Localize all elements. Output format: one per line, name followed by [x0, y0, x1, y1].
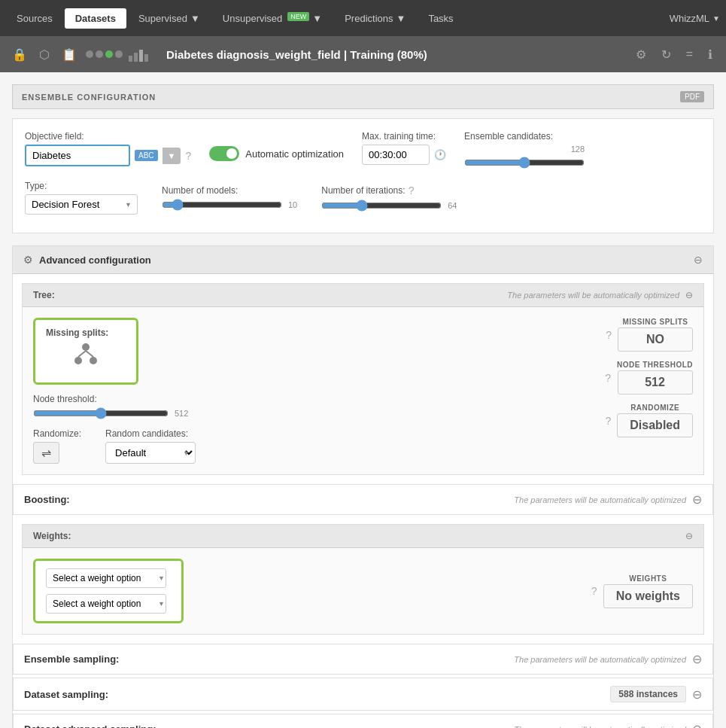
auto-opt-toggle[interactable]: [209, 146, 239, 161]
ensemble-sampling-auto-text: The parameters will be automatically opt…: [514, 655, 686, 664]
num-iterations-value: 64: [448, 201, 457, 210]
equals-icon[interactable]: =: [682, 44, 697, 64]
weight-select-1-wrapper: Select a weight option: [46, 568, 171, 588]
nav-unsupervised[interactable]: Unsupervised NEW ▼: [212, 8, 333, 29]
tree-splits-icon: [46, 343, 126, 375]
section-header: ENSEMBLE CONFIGURATION PDF: [12, 84, 714, 109]
boosting-header[interactable]: Boosting: The parameters will be automat…: [14, 485, 712, 514]
boosting-collapse-icon[interactable]: ⊖: [692, 492, 702, 507]
nav-supervised[interactable]: Supervised ▼: [128, 8, 211, 29]
predictions-arrow: ▼: [396, 13, 406, 24]
ensemble-sampling-header[interactable]: Ensemble sampling: The parameters will b…: [14, 644, 712, 674]
shuffle-button[interactable]: ⇌: [33, 442, 59, 464]
advanced-config-section: ⚙ Advanced configuration ⊖ Tree: The par…: [12, 245, 714, 728]
svg-point-2: [90, 357, 97, 364]
objective-dropdown[interactable]: ▼: [163, 148, 181, 164]
type-select[interactable]: Decision Forest: [25, 194, 138, 215]
node-threshold-slider[interactable]: [33, 407, 169, 419]
candidates-slider-group: 128: [464, 145, 585, 169]
dataset-icon[interactable]: 📋: [59, 44, 80, 65]
boosting-right: The parameters will be automatically opt…: [514, 492, 702, 507]
tree-section-header[interactable]: Tree: The parameters will be automatical…: [23, 284, 703, 307]
settings-icon[interactable]: ⚙: [631, 44, 651, 65]
ensemble-sampling-collapse[interactable]: ⊖: [692, 652, 702, 666]
node-threshold-help-icon[interactable]: ?: [605, 372, 611, 384]
nav-tasks[interactable]: Tasks: [418, 8, 463, 29]
ensemble-sampling-section: Ensemble sampling: The parameters will b…: [13, 644, 713, 675]
nav-sources[interactable]: Sources: [6, 8, 63, 29]
num-models-group: Number of models: 10: [162, 185, 297, 211]
max-training-group: Max. training time: 🕐: [362, 131, 446, 165]
dataset-sampling-header[interactable]: Dataset sampling: 588 instances ⊖: [14, 678, 712, 710]
refresh-icon[interactable]: ↻: [657, 44, 676, 65]
type-label: Type:: [25, 181, 138, 191]
nav-predictions[interactable]: Predictions ▼: [334, 8, 416, 29]
node-threshold-param: ? NODE THRESHOLD 512: [605, 361, 693, 394]
objective-input-group: ABC ▼ ?: [25, 145, 191, 166]
auto-opt-group: Automatic optimization: [209, 131, 344, 161]
randomize-value-box: Disabled: [617, 413, 693, 437]
time-input-group: 🕐: [362, 145, 446, 165]
tree-collapse-icon[interactable]: ⊖: [685, 290, 693, 300]
node-threshold-display: NODE THRESHOLD 512: [617, 361, 693, 394]
weights-value-box: No weights: [603, 584, 693, 608]
max-training-label: Max. training time:: [362, 131, 446, 142]
advanced-collapse-icon[interactable]: ⊖: [694, 254, 703, 266]
objective-input[interactable]: [25, 145, 130, 166]
objective-help-icon[interactable]: ?: [185, 150, 191, 162]
nav-datasets[interactable]: Datasets: [65, 8, 126, 29]
missing-splits-help-icon[interactable]: ?: [606, 329, 612, 341]
randomize-help-icon[interactable]: ?: [606, 415, 612, 427]
candidates-slider[interactable]: [464, 157, 585, 169]
random-candidates-label: Random candidates:: [105, 428, 196, 439]
dataset-advanced-sampling-header[interactable]: Dataset advanced sampling: The parameter…: [14, 714, 712, 728]
tree-params-right: ? MISSING SPLITS NO ? NODE THRESHOLD 512: [605, 318, 693, 437]
time-input[interactable]: [362, 145, 430, 165]
network-icon[interactable]: ⬡: [36, 44, 53, 65]
dataset-advanced-collapse[interactable]: ⊖: [692, 722, 702, 728]
weight-select-1[interactable]: Select a weight option: [46, 568, 166, 588]
ensemble-candidates-label: Ensemble candidates:: [464, 131, 585, 142]
weights-section: Weights: ⊖ Select a weight option: [22, 524, 704, 635]
config-row-2: Type: Decision Forest Number of models: …: [25, 181, 701, 215]
random-candidates-select-wrapper: Default: [105, 442, 196, 464]
svg-line-3: [78, 351, 86, 357]
weights-section-header[interactable]: Weights: ⊖: [23, 525, 703, 548]
dataset-sampling-collapse[interactable]: ⊖: [692, 687, 702, 702]
node-threshold-group: Node threshold: 512: [33, 394, 196, 419]
random-candidates-select[interactable]: Default: [105, 442, 196, 464]
weights-param: ? WEIGHTS No weights: [591, 574, 693, 608]
advanced-config-header[interactable]: ⚙ Advanced configuration ⊖: [13, 246, 713, 274]
num-models-slider[interactable]: [162, 199, 282, 211]
weights-collapse-icon[interactable]: ⊖: [685, 531, 693, 541]
advanced-config-title: Advanced configuration: [39, 254, 151, 266]
missing-splits-value: NO: [618, 327, 693, 352]
num-iterations-slider[interactable]: [321, 200, 442, 212]
tree-auto-opt-text: The parameters will be automatically opt…: [507, 291, 679, 300]
missing-splits-param-label: MISSING SPLITS: [622, 318, 688, 326]
info-icon[interactable]: ℹ: [703, 44, 717, 65]
missing-splits-param: ? MISSING SPLITS NO: [606, 318, 693, 352]
config-row-1: Objective field: ABC ▼ ? Automatic optim…: [25, 131, 701, 169]
type-select-wrapper: Decision Forest: [25, 194, 138, 215]
weights-help-icon[interactable]: ?: [591, 585, 597, 597]
abc-badge: ABC: [135, 150, 158, 161]
auto-opt-toggle-group: Automatic optimization: [209, 146, 344, 161]
pdf-button[interactable]: PDF: [680, 91, 704, 102]
nav-right[interactable]: WhizzML ▼: [670, 13, 720, 24]
num-models-value: 10: [288, 200, 297, 209]
boosting-title: Boosting:: [24, 494, 70, 505]
lock-icon[interactable]: 🔒: [9, 44, 30, 65]
dataset-sampling-title: Dataset sampling:: [24, 689, 108, 700]
randomize-label: Randomize:: [33, 428, 81, 439]
iterations-help-icon[interactable]: ?: [409, 184, 415, 196]
objective-field-group: Objective field: ABC ▼ ?: [25, 131, 191, 166]
dataset-sampling-section: Dataset sampling: 588 instances ⊖: [13, 678, 713, 711]
weight-select-2[interactable]: Select a weight option: [46, 594, 166, 614]
randomize-display: RANDOMIZE Disabled: [617, 404, 693, 437]
weights-row: Select a weight option Select a weight o…: [33, 559, 693, 623]
toolbar: 🔒 ⬡ 📋 Diabetes diagnosis_weight_field | …: [0, 36, 726, 72]
node-threshold-slider-row: 512: [33, 407, 196, 419]
section-title: ENSEMBLE CONFIGURATION: [22, 93, 156, 102]
type-field-group: Type: Decision Forest: [25, 181, 138, 215]
